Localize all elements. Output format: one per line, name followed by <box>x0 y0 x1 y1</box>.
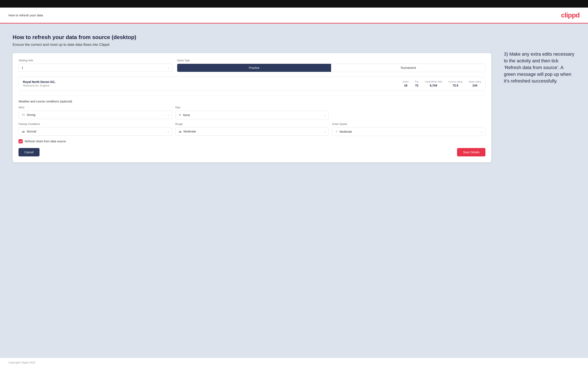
green-speed-icon: ⚬ <box>335 130 338 133</box>
rough-field: Rough ⛰ Moderate ⌄ <box>175 123 329 136</box>
starting-hole-select[interactable]: 1 ⌄ <box>18 64 173 72</box>
holes-value: 18 <box>403 84 409 87</box>
course-rating-value: 72.5 <box>448 84 462 87</box>
header-title: How to refresh your data <box>9 13 43 17</box>
wind-icon: 🌬 <box>22 113 25 117</box>
cancel-button[interactable]: Cancel <box>18 148 40 156</box>
fairway-value: Normal <box>27 130 169 133</box>
game-type-label: Game Type <box>177 59 485 62</box>
rain-icon: ☀ <box>179 113 182 117</box>
par-label: Par <box>415 80 419 83</box>
rain-field: Rain ☀ None ⌄ <box>175 106 329 119</box>
divider <box>18 95 485 96</box>
rain-select[interactable]: ☀ None ⌄ <box>175 111 329 119</box>
fairway-select[interactable]: ⛰ Normal ⌄ <box>18 127 172 136</box>
fairway-label: Fairway Conditions <box>18 123 172 125</box>
top-fields-row: Starting Hole 1 ⌄ Game Type Practice Tou… <box>18 59 485 72</box>
holes-label: Holes <box>403 80 409 83</box>
instruction-text: 3) Make any extra edits necessary to the… <box>504 51 575 84</box>
green-speed-select[interactable]: ⚬ Moderate ⌄ <box>332 127 485 136</box>
par-value: 72 <box>415 84 419 87</box>
top-bar <box>0 0 588 8</box>
fairway-field: Fairway Conditions ⛰ Normal ⌄ <box>18 123 172 136</box>
footer-text: Copyright Clippd 2022 <box>9 361 35 364</box>
wind-select[interactable]: 🌬 Strong ⌄ <box>18 111 172 119</box>
rain-value: None <box>183 113 326 117</box>
par-stat: Par 72 <box>415 80 419 87</box>
course-name: Royal North Devon GC, <box>23 80 55 83</box>
footer: Copyright Clippd 2022 <box>0 358 588 367</box>
refresh-checkbox[interactable] <box>18 139 23 143</box>
yards-label: Yards/White (M)) <box>425 80 442 83</box>
wind-field: Wind 🌬 Strong ⌄ <box>18 106 172 119</box>
rough-value: Moderate <box>183 130 326 133</box>
green-speed-field: Green Speed ⚬ Moderate ⌄ <box>332 123 485 136</box>
refresh-row: Refresh shots from data source <box>18 139 485 143</box>
fairway-rough-green-row: Fairway Conditions ⛰ Normal ⌄ Rough ⛰ Mo… <box>18 123 485 136</box>
slope-rating-label: Slope rating <box>469 80 481 83</box>
button-row: Cancel Save Details <box>18 148 485 156</box>
course-rating-label: Course rating <box>448 80 462 83</box>
save-details-button[interactable]: Save Details <box>457 148 485 156</box>
starting-hole-group: Starting Hole 1 ⌄ <box>18 59 173 72</box>
tournament-button[interactable]: Tournament <box>331 64 485 72</box>
game-type-group: Game Type Practice Tournament <box>177 59 485 72</box>
game-type-toggle: Practice Tournament <box>177 64 485 72</box>
wind-label: Wind <box>18 106 172 109</box>
left-panel: How to refresh your data from source (de… <box>13 34 491 350</box>
course-info-box: Royal North Devon GC, Westward Ho!, Engl… <box>18 77 485 91</box>
yards-stat: Yards/White (M)) 6,744 <box>425 80 442 87</box>
course-rating-stat: Course rating 72.5 <box>448 80 462 87</box>
green-speed-value: Moderate <box>339 130 482 133</box>
starting-hole-label: Starting Hole <box>18 59 173 62</box>
logo: clippd <box>561 11 579 19</box>
right-panel: 3) Make any extra edits necessary to the… <box>504 34 575 350</box>
wind-rain-row: Wind 🌬 Strong ⌄ Rain ☀ None ⌄ <box>18 106 485 119</box>
rough-icon: ⛰ <box>179 130 182 133</box>
main-content: How to refresh your data from source (de… <box>0 24 588 358</box>
course-stats: Holes 18 Par 72 Yards/White (M)) 6,744 C… <box>403 80 481 87</box>
wind-value: Strong <box>27 113 169 117</box>
green-speed-label: Green Speed <box>332 123 485 125</box>
rain-label: Rain <box>175 106 329 109</box>
starting-hole-value: 1 <box>22 66 170 69</box>
page-title: How to refresh your data from source (de… <box>13 34 491 41</box>
practice-button[interactable]: Practice <box>177 64 331 72</box>
refresh-label: Refresh shots from data source <box>25 140 66 143</box>
weather-section-title: Weather and course conditions (optional) <box>18 100 485 103</box>
holes-stat: Holes 18 <box>403 80 409 87</box>
page-subtitle: Ensure the correct and most up to date d… <box>13 43 491 47</box>
yards-value: 6,744 <box>425 84 442 87</box>
course-details: Royal North Devon GC, Westward Ho!, Engl… <box>23 80 55 87</box>
fairway-icon: ⛰ <box>22 130 25 133</box>
form-card: Starting Hole 1 ⌄ Game Type Practice Tou… <box>13 53 491 162</box>
rough-label: Rough <box>175 123 329 125</box>
header: How to refresh your data clippd <box>0 8 588 24</box>
rough-select[interactable]: ⛰ Moderate ⌄ <box>175 127 329 136</box>
slope-rating-value: 134 <box>469 84 481 87</box>
course-location: Westward Ho!, England <box>23 84 55 87</box>
slope-rating-stat: Slope rating 134 <box>469 80 481 87</box>
